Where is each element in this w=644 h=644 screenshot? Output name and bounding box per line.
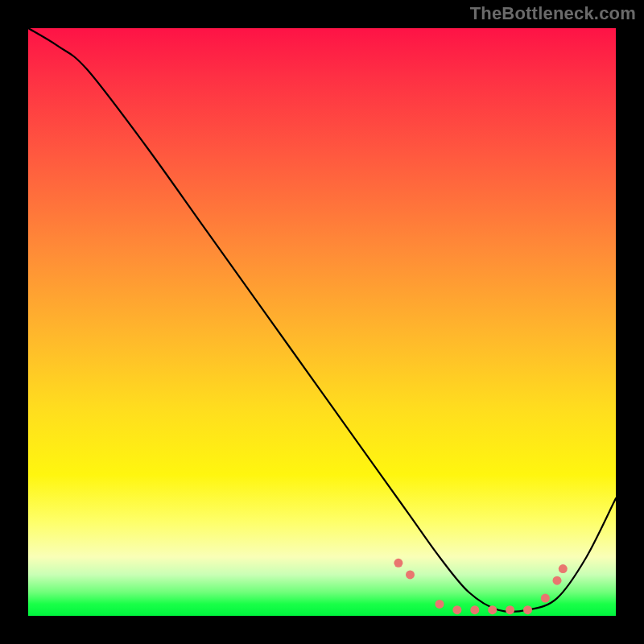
chart-svg <box>28 28 616 616</box>
chart-frame: TheBottleneck.com <box>0 0 644 644</box>
bottleneck-curve-line <box>28 28 616 612</box>
highlight-dot <box>506 605 514 614</box>
highlight-dot <box>436 600 444 609</box>
highlight-dot <box>470 605 479 614</box>
chart-plot-area <box>28 28 616 616</box>
highlight-dot <box>406 570 415 579</box>
highlight-dot <box>452 605 461 614</box>
highlight-dot <box>488 605 497 614</box>
attribution-label: TheBottleneck.com <box>470 3 636 24</box>
highlight-dot <box>523 605 532 614</box>
highlight-dots-group <box>394 559 567 614</box>
highlight-dot <box>559 564 568 573</box>
highlight-dot <box>553 576 562 585</box>
highlight-dot <box>394 559 402 568</box>
highlight-dot <box>541 594 550 603</box>
